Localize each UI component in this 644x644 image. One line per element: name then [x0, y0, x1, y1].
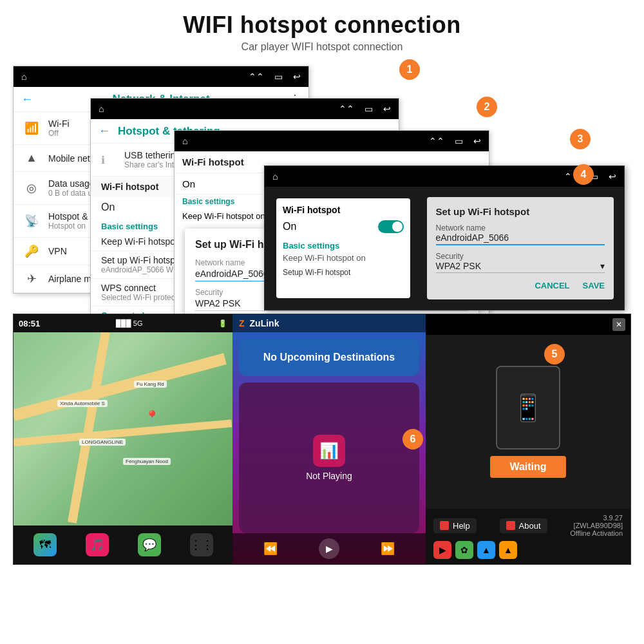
android-bar-2: ⌂ ⌃⌃ ▭ ↩: [91, 99, 399, 119]
about-label: About: [519, 521, 541, 531]
zulink-app-1[interactable]: ▶: [433, 541, 451, 559]
play-button[interactable]: ▶: [319, 538, 339, 559]
chevron-down-icon-4: ▾: [600, 261, 605, 271]
zulink-app-4[interactable]: ▲: [499, 541, 517, 559]
step-1-badge: 1: [399, 59, 420, 80]
step-4-badge: 4: [573, 164, 594, 185]
wifi-label: Wi-Fi: [48, 118, 70, 129]
equalizer-icon: 📊: [319, 442, 339, 460]
back-icon-4[interactable]: ↩: [609, 171, 616, 182]
double-chevron-icon-2[interactable]: ⌃⌃: [339, 104, 354, 114]
on-row-4: On: [283, 218, 404, 236]
zulink-app-icons: ▶ ✿ ▲ ▲: [433, 541, 623, 559]
page-header: WIFI hotspot connection Car player WIFI …: [0, 0, 644, 58]
help-label: Help: [453, 521, 470, 531]
map-road-1: [14, 353, 227, 421]
page-title: WIFI hotspot connection: [13, 12, 631, 39]
map-label-4: Fenghuayan Nood: [123, 458, 171, 465]
help-about-row: Help About 3.9.27 [ZWLAB90D98] Offline A…: [433, 514, 623, 537]
net-name-label-4: Network name: [436, 223, 605, 232]
nav-icons-3: ⌃⌃ ▭ ↩: [429, 136, 481, 146]
back-icon[interactable]: ↩: [293, 71, 301, 82]
messages-app-icon[interactable]: 💬: [138, 533, 161, 556]
no-destinations-card: No Upcoming Destinations: [239, 339, 419, 376]
nav-icons-1: ⌃⌃ ▭ ↩: [249, 71, 301, 82]
double-chevron-icon[interactable]: ⌃⌃: [249, 71, 264, 82]
zulink-app-3[interactable]: ▲: [477, 541, 495, 559]
basic-label-4: Basic settings: [283, 241, 404, 251]
on-label-4: On: [283, 221, 296, 232]
about-icon: [506, 521, 515, 530]
help-icon: [440, 521, 449, 530]
screen-wifi-hotspot-dark: ⌂ ⌃⌃ ▭ ↩ Wi-Fi hotspot On Basic settings…: [264, 166, 625, 310]
signal-bars: ▉▉▉: [116, 319, 131, 327]
inner-settings-4: Wi-Fi hotspot On Basic settings Keep Wi-…: [276, 198, 410, 298]
carplay-map: 08:51 ▉▉▉ 5G 🔋 Xinda Automobile S LONGGA…: [14, 314, 232, 564]
wifi-sub: Off: [48, 129, 70, 138]
wifi-icon: 📶: [24, 121, 39, 135]
zulink-brand-name: ZuLink: [250, 318, 279, 328]
android-bar-4: ⌂ ⌃⌃ ▭ ↩: [265, 166, 624, 187]
fast-forward-button[interactable]: ⏩: [381, 542, 395, 556]
music-card: 📊 Not Playing: [239, 383, 419, 533]
modal-title-4: Set up Wi-Fi hotspot: [436, 206, 605, 217]
double-chevron-icon-3[interactable]: ⌃⌃: [429, 136, 444, 146]
setup-label-4: Setup Wi-Fi hotspot: [283, 268, 404, 277]
music-app-icon[interactable]: 🎵: [86, 533, 109, 556]
screens-container: 1 ⌂ ⌃⌃ ▭ ↩ ← Network & Internet ⋮ 📶 Wi-F…: [13, 66, 631, 594]
status-time: 08:51: [19, 319, 40, 328]
zulink-logo-icon: Z: [239, 318, 245, 328]
version-number: 3.9.27: [603, 514, 623, 522]
map-label-2: LONGGANGLINE: [79, 439, 126, 446]
toggle-switch-4[interactable]: [378, 220, 404, 233]
wifi-hotspot-label-4: Wi-Fi hotspot: [283, 205, 404, 215]
data-icon: ◎: [24, 181, 39, 195]
page-subtitle: Car player WIFI hotspot connection: [13, 41, 631, 53]
setup-dialog-4: Set up Wi-Fi hotspot Network name eAndro…: [427, 197, 614, 299]
status-signal: ▉▉▉ 5G: [116, 319, 143, 328]
about-button[interactable]: About: [500, 518, 547, 533]
on-label-3: On: [182, 178, 195, 189]
music-icon: 📊: [313, 435, 345, 467]
version-detail: [ZWLAB90D98]: [574, 522, 623, 529]
cancel-btn-4[interactable]: CANCEL: [535, 281, 569, 290]
zulink-right-panel: ✕ 📱 Waiting Help About: [426, 314, 630, 564]
close-icon-zulink[interactable]: ✕: [612, 318, 625, 331]
playback-controls: ⏪ ▶ ⏩: [232, 533, 426, 564]
map-road-3: [68, 332, 110, 524]
phone-device-icon: 📱: [512, 393, 544, 423]
keep-row-4: Keep Wi-Fi hotspot on: [283, 251, 404, 265]
back-arrow-1[interactable]: ←: [21, 93, 33, 106]
carplay-center-panel: Z ZuLink No Upcoming Destinations 📊 Not …: [232, 314, 426, 564]
rewind-button[interactable]: ⏪: [263, 542, 278, 556]
home-icon[interactable]: ⌂: [21, 71, 26, 82]
waiting-button[interactable]: Waiting: [490, 456, 565, 478]
square-icon-3[interactable]: ▭: [455, 136, 463, 146]
home-icon-2[interactable]: ⌂: [99, 104, 104, 114]
back-icon-3[interactable]: ↩: [473, 136, 481, 146]
vpn-label: VPN: [48, 246, 67, 256]
airplane-icon: ✈: [24, 272, 39, 286]
maps-app-icon[interactable]: 🗺: [33, 533, 57, 556]
vpn-icon: 🔑: [24, 244, 39, 258]
zulink-app-2[interactable]: ✿: [455, 541, 473, 559]
step-5-badge: 5: [544, 344, 565, 365]
square-icon-2[interactable]: ▭: [365, 104, 373, 114]
hotspot-icon: 📡: [24, 214, 39, 228]
sec-val-4[interactable]: WPA2 PSK ▾: [436, 261, 605, 273]
back-icon-2[interactable]: ↩: [383, 104, 391, 114]
phone-display-box: 📱: [496, 366, 560, 450]
home-icon-3[interactable]: ⌂: [182, 136, 187, 146]
help-button[interactable]: Help: [433, 518, 477, 533]
home-icon-4[interactable]: ⌂: [272, 171, 278, 182]
save-btn-4[interactable]: SAVE: [583, 281, 605, 290]
not-playing-text: Not Playing: [306, 471, 352, 481]
zulink-bottom-panel: Help About 3.9.27 [ZWLAB90D98] Offline A…: [426, 509, 630, 564]
android-bar-1: ⌂ ⌃⌃ ▭ ↩: [14, 66, 308, 87]
square-icon[interactable]: ▭: [274, 71, 283, 82]
zulink-phone-area: 📱 Waiting: [426, 335, 630, 509]
grid-app-icon[interactable]: ⋮⋮: [190, 533, 213, 556]
zulink-top-bar: ✕: [426, 314, 630, 335]
back-arrow-2[interactable]: ←: [99, 124, 110, 138]
map-label-1: Xinda Automobile S: [57, 400, 108, 407]
